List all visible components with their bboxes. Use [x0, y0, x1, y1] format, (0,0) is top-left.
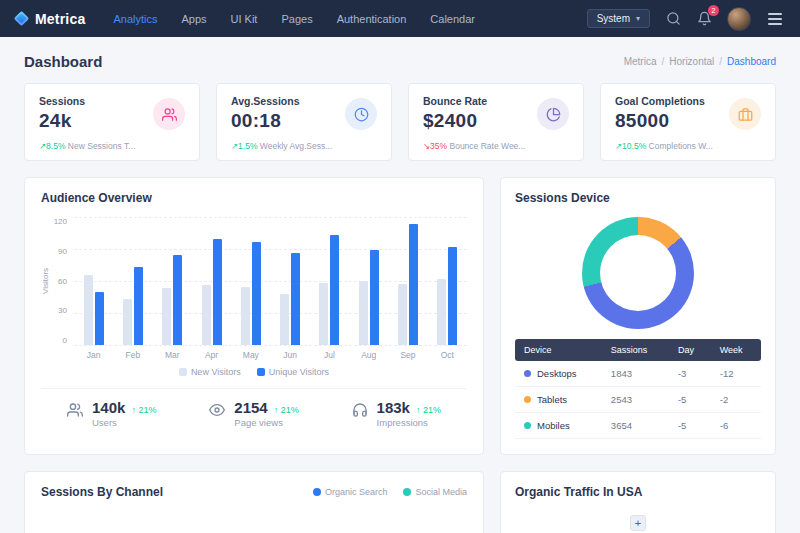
- legend-label: Unique Visitors: [269, 367, 329, 377]
- page-title: Dashboard: [24, 53, 102, 70]
- bottom-row: Sessions By Channel Organic SearchSocial…: [24, 471, 776, 533]
- bar-new-visitors-sep: [398, 284, 407, 345]
- sassions-cell: 3654: [602, 413, 669, 439]
- sessions-device-card: Sessions Device DeviceSassionsDayWeek De…: [500, 177, 776, 455]
- legend-swatch-icon: [257, 368, 265, 376]
- bar-new-visitors-jul: [319, 283, 328, 345]
- channel-legend-item-social-media[interactable]: Social Media: [403, 487, 467, 497]
- top-navbar: Metrica AnalyticsAppsUI KitPagesAuthenti…: [0, 0, 800, 37]
- stat-card-info: Avg.Sessions00:18: [231, 95, 299, 132]
- bar-group-mar: [153, 217, 192, 345]
- stat-delta-description: Bounce Rate Wee...: [450, 141, 526, 151]
- audience-stat-users: 140k↑ 21%Users: [67, 399, 156, 428]
- week-cell: -12: [711, 361, 761, 387]
- x-tick-label-jul: Jul: [310, 350, 349, 360]
- stat-card-goal-completions: Goal Completions85000↗10.5% Completions …: [600, 83, 776, 161]
- device-table-header-device: Device: [515, 339, 602, 361]
- device-table: DeviceSassionsDayWeek Desktops1843-3-12T…: [515, 339, 761, 439]
- channel-legend-item-organic-search[interactable]: Organic Search: [313, 487, 388, 497]
- audience-x-labels: JanFebMarAprMayJunJulAugSepOct: [74, 350, 467, 360]
- audience-stat-text: 183k↑ 21%Impressions: [377, 399, 441, 428]
- bar-group-jul: [310, 217, 349, 345]
- breadcrumb-item-metrica[interactable]: Metrica: [624, 56, 657, 67]
- clock-icon: [345, 98, 377, 130]
- audience-bar-plot: [74, 217, 467, 345]
- brand[interactable]: Metrica: [16, 11, 85, 27]
- stat-card-info: Sessions24k: [39, 95, 85, 132]
- brand-logo-icon: [14, 11, 30, 27]
- map-zoom-in-button[interactable]: +: [630, 515, 646, 531]
- page-content: Dashboard Metrica/Horizontal/Dashboard S…: [0, 37, 800, 533]
- nav-item-apps[interactable]: Apps: [181, 13, 206, 25]
- search-icon[interactable]: [665, 11, 681, 27]
- device-table-header-day: Day: [669, 339, 711, 361]
- day-cell: -5: [669, 387, 711, 413]
- device-label: Mobiles: [537, 420, 570, 431]
- bar-new-visitors-feb: [123, 299, 132, 345]
- sessions-by-channel-card: Sessions By Channel Organic SearchSocial…: [24, 471, 484, 533]
- legend-swatch-icon: [179, 368, 187, 376]
- bar-unique-visitors-aug: [370, 250, 379, 345]
- x-tick-label-jan: Jan: [74, 350, 113, 360]
- x-tick-label-aug: Aug: [349, 350, 388, 360]
- nav-item-ui-kit[interactable]: UI Kit: [231, 13, 258, 25]
- audience-stat-value: 183k↑ 21%: [377, 399, 441, 416]
- nav-item-authentication[interactable]: Authentication: [337, 13, 407, 25]
- bar-unique-visitors-feb: [134, 267, 143, 345]
- audience-plot-column: JanFebMarAprMayJunJulAugSepOct: [74, 217, 467, 360]
- device-cell: Desktops: [515, 361, 602, 387]
- user-avatar[interactable]: [727, 7, 751, 31]
- bar-unique-visitors-mar: [173, 255, 182, 345]
- audience-stat-value: 140k↑ 21%: [92, 399, 156, 416]
- legend-label: New Visitors: [191, 367, 241, 377]
- audience-stat-impressions: 183k↑ 21%Impressions: [352, 399, 441, 428]
- stat-card-main: Bounce Rate$2400: [423, 95, 569, 132]
- stat-cards-row: Sessions24k↗8.5% New Sessions T...Avg.Se…: [24, 83, 776, 161]
- nav-item-calendar[interactable]: Calendar: [430, 13, 475, 25]
- legend-item-unique-visitors[interactable]: Unique Visitors: [257, 367, 329, 377]
- bar-group-sep: [388, 217, 427, 345]
- bar-group-aug: [349, 217, 388, 345]
- stat-value: $2400: [423, 110, 487, 132]
- briefcase-icon: [729, 98, 761, 130]
- stat-card-main: Sessions24k: [39, 95, 185, 132]
- audience-stat-label: Users: [92, 417, 156, 428]
- bar-group-oct: [428, 217, 467, 345]
- audience-stat-delta: ↑ 21%: [274, 405, 299, 415]
- device-table-header-week: Week: [711, 339, 761, 361]
- device-cell: Mobiles: [515, 413, 602, 439]
- audience-stat-label: Impressions: [377, 417, 441, 428]
- legend-item-new-visitors[interactable]: New Visitors: [179, 367, 241, 377]
- device-label: Tablets: [537, 394, 567, 405]
- stat-card-bounce-rate: Bounce Rate$2400↘35% Bounce Rate Wee...: [408, 83, 584, 161]
- x-tick-label-jun: Jun: [270, 350, 309, 360]
- breadcrumb: Metrica/Horizontal/Dashboard: [624, 56, 776, 67]
- stat-delta-description: New Sessions T...: [68, 141, 135, 151]
- channel-legend-label: Organic Search: [325, 487, 388, 497]
- breadcrumb-item-dashboard: Dashboard: [727, 56, 776, 67]
- bar-new-visitors-mar: [162, 288, 171, 345]
- nav-item-analytics[interactable]: Analytics: [113, 13, 157, 25]
- table-row-mobiles: Mobiles3654-5-6: [515, 413, 761, 439]
- breadcrumb-separator: /: [719, 56, 722, 67]
- breadcrumb-item-horizontal[interactable]: Horizontal: [669, 56, 714, 67]
- bar-new-visitors-jun: [280, 294, 289, 345]
- notification-count-badge: 2: [708, 5, 719, 16]
- device-cell: Tablets: [515, 387, 602, 413]
- menu-toggle-icon[interactable]: [766, 11, 784, 27]
- bar-new-visitors-apr: [202, 285, 211, 345]
- x-tick-label-apr: Apr: [192, 350, 231, 360]
- notifications-bell-icon[interactable]: 2: [696, 11, 712, 27]
- y-tick-label: 30: [58, 306, 67, 315]
- nav-menu: AnalyticsAppsUI KitPagesAuthenticationCa…: [113, 13, 586, 25]
- bar-unique-visitors-apr: [213, 239, 222, 345]
- stat-delta: ↗10.5% Completions W...: [615, 141, 761, 151]
- nav-item-pages[interactable]: Pages: [281, 13, 312, 25]
- y-tick-label: 60: [58, 277, 67, 286]
- table-row-tablets: Tablets2543-5-2: [515, 387, 761, 413]
- channel-legend: Organic SearchSocial Media: [313, 487, 467, 497]
- system-dropdown-button[interactable]: System ▾: [587, 9, 650, 28]
- x-tick-label-sep: Sep: [388, 350, 427, 360]
- y-tick-label: 120: [54, 217, 67, 226]
- users-icon: [67, 402, 83, 422]
